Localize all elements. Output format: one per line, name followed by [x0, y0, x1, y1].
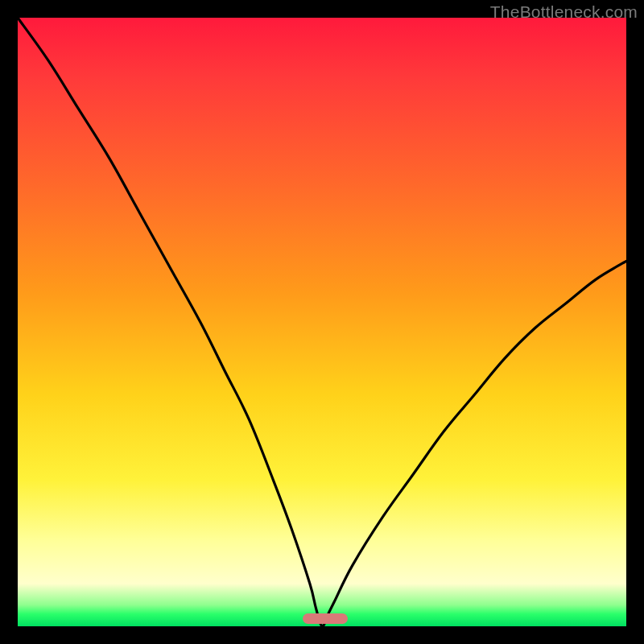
bottleneck-curve: [18, 18, 626, 626]
plot-area: [18, 18, 626, 626]
watermark-text: TheBottleneck.com: [490, 2, 638, 22]
curve-path: [18, 18, 626, 626]
chart-frame: TheBottleneck.com: [0, 0, 644, 644]
min-marker: [303, 613, 348, 624]
